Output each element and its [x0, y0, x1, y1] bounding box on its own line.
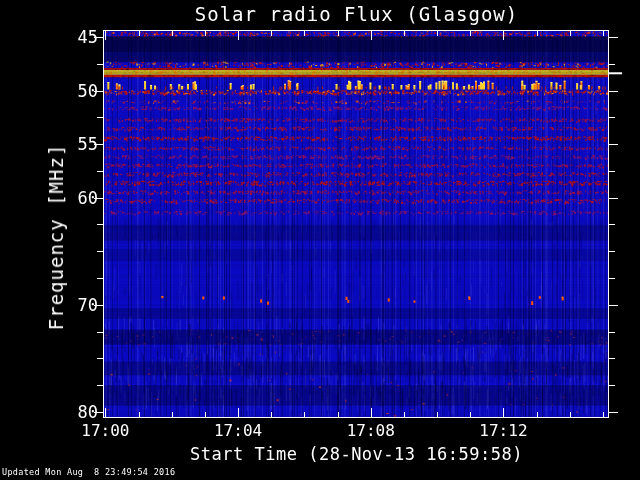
- y-tick-label: 80: [58, 404, 98, 421]
- x-tick-label: 17:04: [202, 423, 274, 439]
- updated-timestamp: Updated Mon Aug 8 23:49:54 2016: [2, 467, 175, 477]
- y-tick-label: 45: [58, 29, 98, 46]
- solar-radio-spectrogram-window: Solar radio Flux (Glasgow) Frequency [MH…: [0, 0, 640, 480]
- y-tick-label: 60: [58, 190, 98, 207]
- y-tick-label: 55: [58, 136, 98, 153]
- y-tick-label: 70: [58, 297, 98, 314]
- x-axis-label: Start Time (28-Nov-13 16:59:58): [104, 444, 609, 464]
- x-tick-label: 17:00: [69, 423, 141, 439]
- x-tick-label: 17:08: [335, 423, 407, 439]
- y-tick-label: 50: [58, 83, 98, 100]
- chart-title: Solar radio Flux (Glasgow): [104, 3, 609, 25]
- x-tick-label: 17:12: [467, 423, 539, 439]
